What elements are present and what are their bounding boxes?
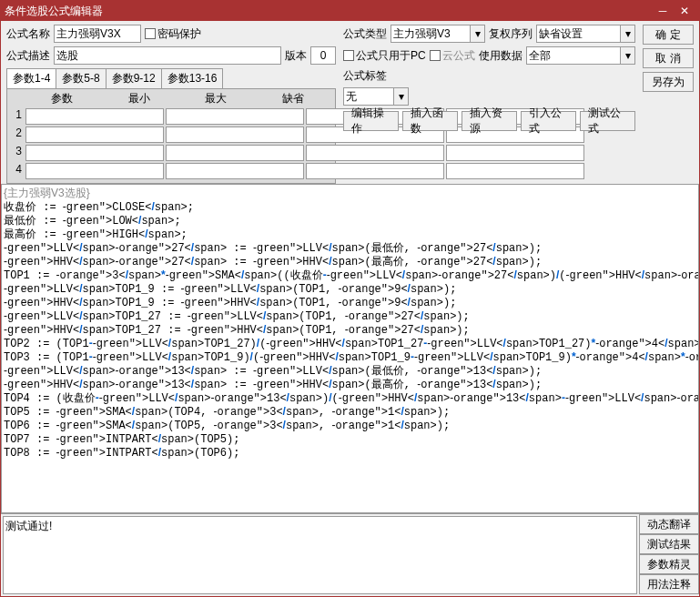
ok-button[interactable]: 确 定 <box>643 25 694 45</box>
close-button[interactable]: ✕ <box>674 5 695 17</box>
version-label: 版本 <box>285 48 307 64</box>
param-grid: 参数 最小 最大 缺省 1 2 3 4 <box>6 88 336 184</box>
tab-params-9-12[interactable]: 参数9-12 <box>106 68 162 88</box>
param-cell[interactable] <box>166 145 304 161</box>
password-checkbox[interactable]: 密码保护 <box>145 26 201 42</box>
desc-label: 公式描述 <box>6 48 50 64</box>
test-result-button[interactable]: 测试结果 <box>639 534 699 554</box>
version-input[interactable] <box>310 46 336 65</box>
chevron-down-icon: ▾ <box>470 25 484 42</box>
desc-input[interactable] <box>54 46 281 65</box>
insert-res-button[interactable]: 插入资源 <box>462 111 517 131</box>
window-title: 条件选股公式编辑器 <box>5 4 652 19</box>
param-cell[interactable] <box>166 126 304 143</box>
message-area: 测试通过! <box>3 516 637 594</box>
param-wizard-button[interactable]: 参数精灵 <box>639 554 699 574</box>
usedata-label: 使用数据 <box>479 48 522 64</box>
name-input[interactable] <box>54 25 141 43</box>
chevron-down-icon: ▾ <box>393 88 408 105</box>
tab-params-5-8[interactable]: 参数5-8 <box>56 68 106 88</box>
param-cell[interactable] <box>25 145 164 161</box>
type-label: 公式类型 <box>343 26 387 42</box>
cloud-checkbox[interactable]: 云公式 <box>430 48 475 64</box>
pconly-checkbox[interactable]: 公式只用于PC <box>343 48 426 64</box>
type-select[interactable]: 主力强弱V3▾ <box>391 25 485 43</box>
tab-params-1-4[interactable]: 参数1-4 <box>6 68 56 88</box>
saveas-button[interactable]: 另存为 <box>643 72 694 92</box>
param-cell[interactable] <box>25 108 164 125</box>
chevron-down-icon: ▾ <box>620 25 634 42</box>
edit-op-button[interactable]: 编辑操作 <box>343 111 399 131</box>
param-cell[interactable] <box>166 108 304 125</box>
formula-code-editor[interactable]: {主力强弱V3选股} 收盘价 := -green">CLOSE</span>; … <box>1 184 699 513</box>
param-tabs: 参数1-4 参数5-8 参数9-12 参数13-16 <box>6 68 336 88</box>
param-cell[interactable] <box>25 126 164 143</box>
chevron-down-icon: ▾ <box>620 47 634 64</box>
insert-fn-button[interactable]: 插入函数 <box>402 111 458 131</box>
param-cell[interactable] <box>166 163 304 179</box>
import-formula-button[interactable]: 引入公式 <box>521 111 576 131</box>
dynamic-translate-button[interactable]: 动态翻译 <box>639 514 699 534</box>
usage-note-button[interactable]: 用法注释 <box>639 574 699 594</box>
minimize-button[interactable]: ─ <box>652 5 674 17</box>
usedata-select[interactable]: 全部▾ <box>526 46 635 65</box>
tag-select[interactable]: 无▾ <box>343 87 409 106</box>
titlebar: 条件选股公式编辑器 ─ ✕ <box>1 1 699 21</box>
tab-params-13-16[interactable]: 参数13-16 <box>161 68 224 88</box>
rights-label: 复权序列 <box>489 26 533 42</box>
cancel-button[interactable]: 取 消 <box>643 48 694 68</box>
param-cell[interactable] <box>25 163 164 179</box>
test-formula-button[interactable]: 测试公式 <box>580 111 635 131</box>
tag-label: 公式标签 <box>343 68 387 84</box>
name-label: 公式名称 <box>6 26 50 42</box>
rights-select[interactable]: 缺省设置▾ <box>536 25 635 43</box>
